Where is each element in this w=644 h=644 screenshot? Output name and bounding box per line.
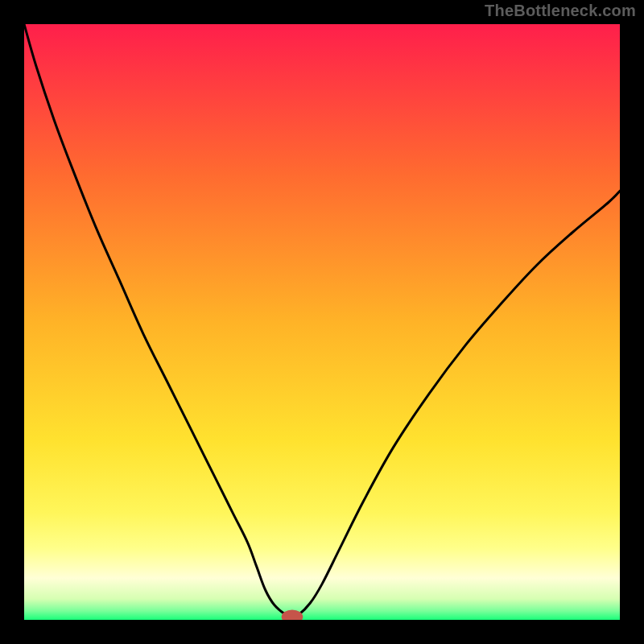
plot-background (24, 24, 620, 620)
bottleneck-chart (24, 24, 620, 620)
watermark-text: TheBottleneck.com (485, 2, 636, 20)
chart-frame: TheBottleneck.com (0, 0, 644, 644)
